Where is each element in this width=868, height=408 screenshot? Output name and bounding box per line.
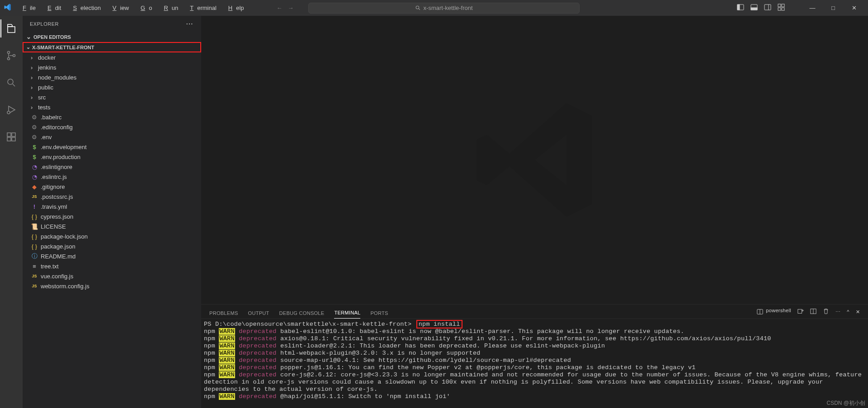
terminal-content[interactable]: PS D:\code\opensource\smartkettle\x-smar… [201,319,868,408]
nav-back-icon[interactable]: ← [277,5,283,11]
folder-node_modules[interactable]: ›node_modules [23,72,201,82]
new-terminal-icon[interactable] [797,308,804,318]
vscode-logo-icon [4,3,12,13]
tab-ports[interactable]: PORTS [370,310,388,319]
search-view-icon[interactable] [0,74,22,92]
source-control-view-icon[interactable] [0,47,22,65]
file-LICENSE[interactable]: 📜LICENSE [23,221,201,231]
folder-docker[interactable]: ›docker [23,52,201,62]
svg-rect-18 [7,133,11,136]
tab-terminal[interactable]: TERMINAL [334,310,360,319]
menu-view[interactable]: View [105,3,132,13]
svg-rect-21 [12,137,15,141]
vscode-watermark-icon [472,97,598,223]
maximize-button[interactable]: □ [823,0,844,16]
explorer-title: EXPLORER [30,21,59,27]
chevron-down-icon: ⌄ [25,33,32,40]
open-editors-section[interactable]: ⌄ OPEN EDITORS [23,32,201,42]
svg-rect-11 [782,8,784,10]
panel-tabs: PROBLEMS OUTPUT DEBUG CONSOLE TERMINAL P… [201,305,868,319]
svg-rect-5 [751,8,757,10]
svg-rect-19 [12,133,15,136]
file-package-lock-json[interactable]: { }package-lock.json [23,231,201,241]
svg-rect-9 [782,4,784,7]
file-package-json[interactable]: { }package.json [23,241,201,251]
tab-output[interactable]: OUTPUT [248,310,269,319]
svg-point-13 [8,58,10,60]
menu-terminal[interactable]: Terminal [183,3,220,13]
file-README-md[interactable]: ⓘREADME.md [23,251,201,261]
kill-terminal-icon[interactable] [823,308,829,318]
watermark-text: CSDN @初小创 [826,399,865,407]
toggle-panel-icon[interactable] [750,4,758,12]
file-webstorm-config-js[interactable]: JSwebstorm.config.js [23,281,201,291]
activity-bar [0,16,23,408]
explorer-sidebar: EXPLORER ⋯ ⌄ OPEN EDITORS ⌄ X-SMART-KETT… [23,16,201,408]
editor-area: PROBLEMS OUTPUT DEBUG CONSOLE TERMINAL P… [201,16,868,408]
menu-run[interactable]: Run [156,3,182,13]
svg-point-14 [13,55,15,57]
menu-selection[interactable]: Selection [66,3,104,13]
customize-layout-icon[interactable] [778,4,785,12]
editor-background [201,16,868,304]
folder-public[interactable]: ›public [23,82,201,92]
file--eslintignore[interactable]: ◔.eslintignore [23,162,201,172]
tab-problems[interactable]: PROBLEMS [209,310,238,319]
folder-tests[interactable]: ›tests [23,102,201,112]
file--env-production[interactable]: $.env.production [23,152,201,162]
close-button[interactable]: ✕ [844,0,864,16]
svg-point-12 [8,52,10,54]
nav-forward-icon[interactable]: → [288,5,294,11]
title-bar: FileEditSelectionViewGoRunTerminalHelp ←… [0,0,868,16]
menu-edit[interactable]: Edit [40,3,65,13]
nav-arrows: ← → [277,5,294,11]
svg-rect-8 [778,4,781,7]
tab-debug-console[interactable]: DEBUG CONSOLE [279,310,325,319]
chevron-down-icon: ⌄ [26,44,30,50]
close-panel-icon[interactable]: ✕ [856,309,860,318]
svg-point-17 [7,111,10,114]
file--env-development[interactable]: $.env.development [23,142,201,152]
window-controls: — □ ✕ [802,0,864,16]
split-terminal-icon[interactable] [810,308,816,318]
svg-line-16 [13,84,15,86]
command-center-text: x-smart-kettle-front [424,5,473,11]
terminal-profile[interactable]: powershell [757,308,791,319]
svg-point-0 [416,6,419,9]
file--gitignore[interactable]: ◆.gitignore [23,182,201,192]
file--babelrc[interactable]: ⚙.babelrc [23,112,201,122]
file-vue-config-js[interactable]: JSvue.config.js [23,271,201,281]
project-root[interactable]: ⌄ X-SMART-KETTLE-FRONT [23,42,201,52]
file-cypress-json[interactable]: { }cypress.json [23,211,201,221]
minimize-button[interactable]: — [802,0,823,16]
file--postcssrc-js[interactable]: JS.postcssrc.js [23,192,201,202]
toggle-secondary-sidebar-icon[interactable] [764,4,771,12]
folder-src[interactable]: ›src [23,92,201,102]
svg-rect-3 [737,5,740,10]
run-debug-view-icon[interactable] [0,101,22,119]
file--travis-yml[interactable]: !.travis.yml [23,202,201,211]
svg-rect-20 [7,137,11,141]
command-center[interactable]: x-smart-kettle-front [308,3,580,14]
folder-jenkins[interactable]: ›jenkins [23,62,201,72]
svg-rect-6 [764,5,771,10]
menu-go[interactable]: Go [133,3,156,13]
svg-point-15 [8,79,13,84]
explorer-more-icon[interactable]: ⋯ [186,19,194,28]
file-tree-txt[interactable]: ≡tree.txt [23,261,201,271]
explorer-view-icon[interactable] [0,19,22,38]
extensions-view-icon[interactable] [0,128,22,146]
maximize-panel-icon[interactable]: ^ [847,309,849,317]
svg-rect-10 [778,8,781,10]
menu-help[interactable]: Help [221,3,248,13]
file--env[interactable]: ⚙.env [23,132,201,142]
file-tree: ›docker›jenkins›node_modules›public›src›… [23,52,201,291]
menu-bar: FileEditSelectionViewGoRunTerminalHelp [15,3,248,13]
menu-file[interactable]: File [15,3,39,13]
toggle-primary-sidebar-icon[interactable] [737,4,744,12]
panel-more-icon[interactable]: ⋯ [835,309,840,318]
layout-controls [737,4,785,12]
svg-line-1 [419,9,420,10]
file--editorconfig[interactable]: ⚙.editorconfig [23,122,201,132]
file--eslintrc-js[interactable]: ◔.eslintrc.js [23,172,201,182]
